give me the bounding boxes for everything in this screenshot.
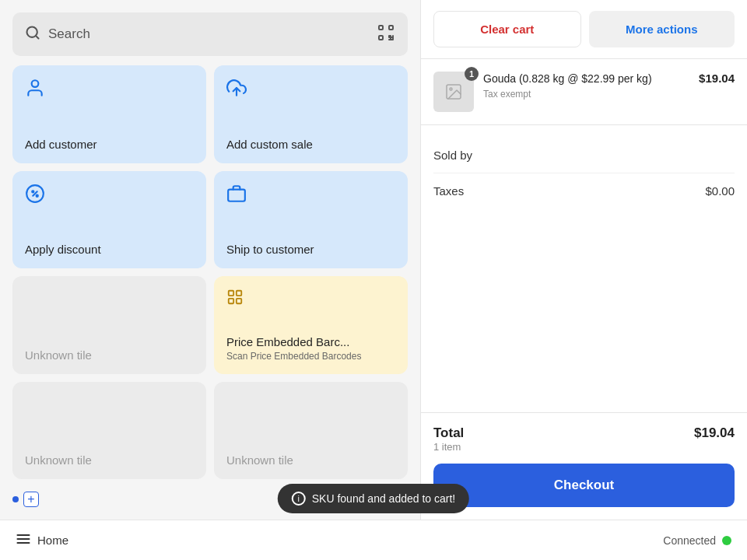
cart-meta: Sold by Taxes $0.00 [421, 125, 747, 221]
add-custom-sale-icon [226, 78, 395, 101]
svg-rect-12 [229, 291, 233, 296]
ship-to-customer-icon [226, 184, 395, 207]
bottom-bar: Home Connected [0, 520, 747, 560]
add-page-button[interactable]: + [23, 492, 39, 507]
cart-header: Clear cart More actions [421, 0, 747, 59]
connection-status: Connected [663, 534, 731, 547]
home-label: Home [37, 534, 68, 547]
svg-rect-15 [237, 299, 241, 303]
cart-item-image-wrapper: 1 [433, 72, 474, 112]
svg-rect-13 [237, 291, 241, 296]
add-customer-icon [25, 78, 194, 101]
tile-price-embedded[interactable]: Price Embedded Barc... Scan Price Embedd… [214, 276, 408, 374]
add-custom-sale-label: Add custom sale [226, 138, 395, 151]
price-embedded-sublabel: Scan Price Embedded Barcodes [226, 351, 395, 362]
sold-by-row: Sold by [433, 138, 735, 173]
apply-discount-icon [25, 184, 194, 207]
right-panel: Clear cart More actions 1 [420, 0, 747, 520]
unknown-tile-2-label: Unknown tile [25, 453, 194, 467]
clear-cart-button[interactable]: Clear cart [433, 11, 581, 47]
cart-items: 1 Gouda (0.828 kg @ $22.99 per kg) Tax e… [421, 59, 747, 125]
svg-point-9 [32, 191, 33, 192]
total-count: 1 item [433, 441, 464, 453]
connected-dot [722, 536, 731, 545]
svg-point-17 [450, 88, 452, 90]
tile-apply-discount[interactable]: Apply discount [12, 171, 206, 269]
ship-to-customer-label: Ship to customer [226, 243, 395, 256]
taxes-row: Taxes $0.00 [433, 173, 735, 208]
item-quantity-badge: 1 [465, 67, 479, 81]
connected-label: Connected [663, 534, 716, 547]
cart-item-name: Gouda (0.828 kg @ $22.99 per kg) [483, 72, 689, 87]
cart-item-price: $19.04 [699, 72, 735, 85]
cart-item: 1 Gouda (0.828 kg @ $22.99 per kg) Tax e… [433, 72, 735, 112]
left-panel: Search [0, 0, 420, 520]
add-customer-label: Add customer [25, 138, 194, 151]
tile-unknown-2[interactable]: Unknown tile [12, 382, 206, 480]
sold-by-label: Sold by [433, 149, 472, 162]
svg-rect-2 [379, 26, 383, 30]
taxes-value: $0.00 [705, 184, 735, 198]
checkout-button[interactable]: Checkout [433, 464, 735, 507]
cart-item-tax: Tax exempt [483, 89, 689, 100]
more-actions-button[interactable]: More actions [589, 11, 735, 47]
svg-line-1 [36, 36, 39, 39]
search-icon [25, 25, 40, 44]
unknown-tile-1-label: Unknown tile [25, 348, 194, 362]
toast-notification: i SKU found and added to cart! [278, 484, 469, 513]
hamburger-icon [16, 531, 31, 550]
search-placeholder: Search [48, 26, 90, 42]
total-amount: $19.04 [694, 425, 735, 453]
svg-point-5 [32, 80, 39, 87]
barcode-icon[interactable] [377, 23, 395, 45]
taxes-label: Taxes [433, 184, 464, 198]
tile-add-custom-sale[interactable]: Add custom sale [214, 65, 408, 163]
search-bar[interactable]: Search [12, 12, 408, 56]
price-embedded-label: Price Embedded Barc... [226, 335, 349, 348]
svg-point-10 [37, 194, 38, 196]
home-nav-item[interactable]: Home [16, 531, 68, 550]
svg-rect-14 [229, 299, 233, 303]
toast-text: SKU found and added to cart! [312, 492, 455, 505]
tile-unknown-3[interactable]: Unknown tile [214, 382, 408, 480]
cart-item-details: Gouda (0.828 kg @ $22.99 per kg) Tax exe… [483, 72, 689, 100]
tile-add-customer[interactable]: Add customer [12, 65, 206, 163]
toast-info-icon: i [292, 492, 306, 506]
tile-ship-to-customer[interactable]: Ship to customer [214, 171, 408, 269]
tiles-grid: Add customer Add custom sale [12, 65, 408, 479]
apply-discount-label: Apply discount [25, 243, 194, 256]
total-label: Total [433, 425, 464, 441]
cart-footer: Total 1 item $19.04 Checkout [421, 412, 747, 520]
price-embedded-icon [226, 289, 395, 309]
total-row: Total 1 item $19.04 [433, 425, 735, 453]
svg-rect-3 [389, 26, 393, 30]
svg-rect-11 [228, 189, 245, 201]
dot-indicator [12, 496, 19, 502]
tile-unknown-1[interactable]: Unknown tile [12, 276, 206, 374]
svg-rect-4 [379, 36, 383, 40]
unknown-tile-3-label: Unknown tile [226, 453, 395, 467]
